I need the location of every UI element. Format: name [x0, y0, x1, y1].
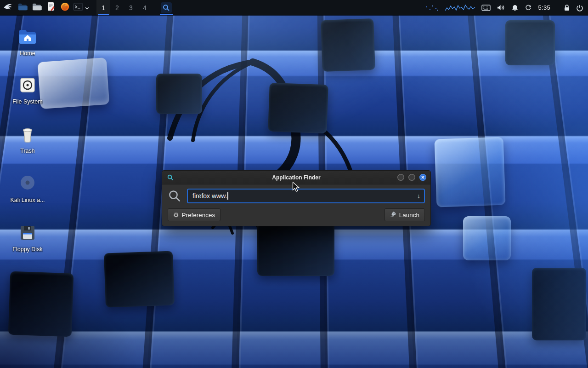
kali-menu-icon — [3, 1, 14, 14]
text-caret — [227, 192, 228, 200]
workspace-4[interactable]: 4 — [138, 0, 152, 15]
desktop-icon-kali-linux[interactable]: Kali Linux a... — [6, 173, 50, 203]
workspace-label: 1 — [102, 4, 105, 12]
launch-label: Launch — [399, 212, 419, 218]
workspace-label: 4 — [143, 4, 147, 12]
terminal-dropdown-button[interactable] — [84, 0, 90, 15]
desktop-icon-home[interactable]: Home — [6, 27, 50, 57]
update-indicator-icon[interactable] — [525, 0, 532, 15]
launch-icon — [390, 211, 396, 219]
desktop-icon-floppy-disk[interactable]: Floppy Disk — [6, 223, 50, 253]
preferences-label: Preferences — [182, 212, 215, 218]
dark-cube — [8, 271, 74, 337]
text-editor-icon — [47, 2, 55, 13]
terminal-launcher[interactable] — [72, 0, 84, 15]
workspace-label: 2 — [115, 4, 119, 12]
application-finder-icon — [166, 173, 174, 181]
volume-icon[interactable] — [497, 0, 505, 15]
panel-separator — [155, 3, 155, 13]
panel-left: 1 2 3 4 — [0, 0, 174, 15]
minimize-button[interactable] — [397, 174, 404, 181]
file-manager-launcher[interactable] — [15, 0, 29, 15]
desktop-icon-label: Trash — [20, 148, 35, 154]
kali-cd-icon — [17, 173, 38, 194]
close-button[interactable] — [419, 174, 426, 181]
application-finder-window: Application Finder firefox www. — [162, 170, 431, 226]
search-icon — [168, 189, 181, 203]
workspace-1[interactable]: 1 — [96, 0, 110, 15]
workspace-2[interactable]: 2 — [110, 0, 124, 15]
dark-cube — [156, 74, 202, 114]
chevron-down-icon — [85, 4, 89, 12]
search-input-value: firefox www. — [192, 192, 227, 200]
notifications-bell-icon[interactable] — [511, 0, 519, 15]
gear-icon: ⚙ — [173, 212, 179, 218]
application-finder-task-icon — [161, 2, 172, 13]
terminal-icon — [73, 3, 83, 13]
file-manager-icon — [17, 3, 28, 13]
preferences-button[interactable]: ⚙ Preferences — [168, 208, 220, 221]
dark-cube — [505, 20, 555, 65]
workspace-3[interactable]: 3 — [124, 0, 138, 15]
button-row: ⚙ Preferences Launch — [168, 208, 425, 221]
text-editor-launcher[interactable] — [44, 0, 58, 15]
dark-cube — [532, 268, 586, 340]
drive-icon — [17, 75, 38, 95]
desktop-icon-label: Home — [20, 50, 35, 57]
firefox-icon — [60, 2, 70, 13]
keyboard-icon[interactable] — [481, 0, 491, 15]
search-input[interactable]: firefox www. ↓ — [187, 189, 425, 203]
dark-cube — [321, 18, 375, 72]
dark-cube — [268, 83, 328, 133]
floppy-disk-icon — [17, 223, 38, 243]
lock-icon[interactable] — [564, 0, 570, 15]
window-controls — [397, 174, 426, 181]
taskbar-application-finder[interactable] — [158, 0, 174, 15]
dark-cube — [104, 251, 175, 307]
folder-launcher[interactable] — [29, 0, 44, 15]
home-folder-icon — [17, 27, 38, 47]
applications-menu-button[interactable] — [1, 0, 15, 15]
top-panel: 1 2 3 4 — [0, 0, 588, 15]
desktop-icon-label: Kali Linux a... — [10, 197, 45, 203]
workspace-label: 3 — [129, 4, 133, 12]
desktop-icon-label: Floppy Disk — [12, 246, 42, 253]
glass-blue-cube — [434, 137, 505, 207]
glass-blue-cube — [463, 216, 511, 260]
power-icon[interactable] — [576, 0, 583, 15]
desktop-icon-label: File System — [12, 98, 42, 105]
systray-activity-dots[interactable] — [425, 0, 439, 15]
panel-right: 5:35 — [425, 0, 588, 15]
launch-button[interactable]: Launch — [384, 208, 425, 221]
window-title: Application Finder — [162, 174, 430, 181]
cpu-graph[interactable] — [445, 0, 475, 15]
desktop-icon-trash[interactable]: Trash — [6, 124, 50, 154]
history-dropdown-icon[interactable]: ↓ — [417, 192, 420, 200]
mouse-cursor — [292, 182, 302, 195]
clock[interactable]: 5:35 — [538, 4, 550, 11]
maximize-button[interactable] — [408, 174, 415, 181]
folder-icon — [32, 3, 42, 13]
trash-icon — [17, 124, 38, 144]
panel-separator — [93, 3, 93, 13]
desktop-icon-file-system[interactable]: File System — [6, 75, 50, 105]
firefox-launcher[interactable] — [58, 0, 72, 15]
desktop: Home File System Trash — [0, 0, 588, 368]
